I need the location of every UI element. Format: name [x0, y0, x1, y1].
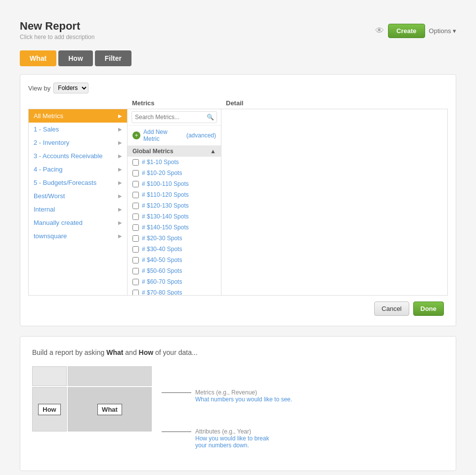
metric-label-10-20-spots[interactable]: # $10-20 Spots — [142, 170, 182, 176]
tab-how[interactable]: How — [58, 50, 93, 66]
attributes-annotation: Attributes (e.g., Year) How you would li… — [162, 428, 292, 459]
metric-label-100-110-spots[interactable]: # $100-110 Spots — [142, 180, 189, 187]
metric-label-140-150-spots[interactable]: # $140-150 Spots — [142, 224, 189, 231]
folder-label: 5 - Budgets/Forecasts — [34, 179, 96, 186]
metric-checkbox-1-10-spots[interactable] — [132, 159, 139, 166]
folder-label: 3 - Accounts Receivable — [34, 152, 102, 160]
metric-item-20-30-spots: # $20-30 Spots — [128, 233, 221, 244]
metric-checkbox-140-150-spots[interactable] — [132, 224, 139, 231]
main-panel: View by Folders Metrics Detail All Metri… — [20, 74, 456, 326]
how-bold: How — [139, 348, 154, 356]
folder-label: 1 - Sales — [34, 126, 59, 133]
metric-label-110-120-spots[interactable]: # $110-120 Spots — [142, 191, 189, 198]
metrics-list: # $1-10 Spots# $10-20 Spots# $100-110 Sp… — [128, 157, 221, 295]
metric-label-30-40-spots[interactable]: # $30-40 Spots — [142, 246, 182, 253]
metrics-column: 🔍 + Add New Metric (advanced) Global Met… — [128, 109, 221, 295]
options-button[interactable]: Options ▾ — [429, 27, 456, 35]
metric-checkbox-40-50-spots[interactable] — [132, 257, 139, 263]
metric-label-50-60-spots[interactable]: # $50-60 Spots — [142, 267, 182, 274]
chevron-right-icon: ▶ — [118, 233, 122, 239]
chevron-right-icon: ▶ — [118, 180, 122, 185]
metric-label-20-30-spots[interactable]: # $20-30 Spots — [142, 235, 182, 242]
panel-footer: Cancel Done — [28, 296, 448, 318]
metric-label-130-140-spots[interactable]: # $130-140 Spots — [142, 213, 189, 220]
metric-checkbox-50-60-spots[interactable] — [132, 268, 139, 274]
metric-item-110-120-spots: # $110-120 Spots — [128, 189, 221, 200]
chevron-right-icon: ▶ — [118, 207, 122, 212]
chevron-right-icon: ▶ — [118, 153, 122, 159]
folder-item-2-inventory[interactable]: 2 - Inventory▶ — [29, 136, 127, 149]
columns-container: All Metrics▶1 - Sales▶2 - Inventory▶3 - … — [28, 109, 448, 296]
view-by-label: View by — [28, 85, 50, 92]
metric-item-130-140-spots: # $130-140 Spots — [128, 211, 221, 222]
metric-item-100-110-spots: # $100-110 Spots — [128, 178, 221, 189]
add-new-label[interactable]: Add New Metric — [143, 129, 183, 142]
folder-item-4-pacing[interactable]: 4 - Pacing▶ — [29, 163, 127, 176]
folder-item-best-worst[interactable]: Best/Worst▶ — [29, 189, 127, 203]
metric-label-70-80-spots[interactable]: # $70-80 Spots — [142, 289, 182, 295]
metric-item-70-80-spots: # $70-80 Spots — [128, 287, 221, 295]
preview-icon[interactable]: 👁 — [375, 26, 384, 36]
grid-bottom-right: What — [68, 387, 152, 432]
metric-label-60-70-spots[interactable]: # $60-70 Spots — [142, 278, 182, 285]
folder-item-internal[interactable]: Internal▶ — [29, 203, 127, 216]
metric-label-1-10-spots[interactable]: # $1-10 Spots — [142, 159, 179, 166]
metric-checkbox-60-70-spots[interactable] — [132, 279, 139, 285]
grid-top-right — [68, 366, 152, 386]
page-description[interactable]: Click here to add description — [20, 34, 94, 41]
grid-bottom-left: How — [32, 387, 67, 432]
folder-item-all-metrics[interactable]: All Metrics▶ — [29, 109, 127, 123]
header-left: New Report Click here to add description — [20, 20, 94, 41]
folder-item-manually-created[interactable]: Manually created▶ — [29, 216, 127, 229]
metric-checkbox-20-30-spots[interactable] — [132, 235, 139, 242]
header: New Report Click here to add description… — [20, 20, 456, 41]
search-icon: 🔍 — [207, 114, 214, 121]
page: New Report Click here to add description… — [0, 0, 476, 475]
folder-label: Manually created — [34, 219, 83, 226]
view-by-select[interactable]: Folders — [53, 83, 88, 93]
add-metric-icon[interactable]: + — [132, 131, 140, 139]
attributes-annotation-desc: How you would like to break your numbers… — [195, 435, 269, 449]
tab-filter[interactable]: Filter — [95, 50, 131, 66]
metric-checkbox-100-110-spots[interactable] — [132, 181, 139, 187]
folder-item-townsquare[interactable]: townsquare▶ — [29, 229, 127, 243]
metrics-line — [162, 392, 191, 393]
tab-what[interactable]: What — [20, 50, 56, 66]
chevron-right-icon: ▶ — [118, 127, 122, 132]
metric-checkbox-110-120-spots[interactable] — [132, 192, 139, 198]
metric-checkbox-10-20-spots[interactable] — [132, 170, 139, 176]
metrics-annotation: Metrics (e.g., Revenue) What numbers you… — [162, 389, 292, 413]
metric-checkbox-120-130-spots[interactable] — [132, 203, 139, 209]
grid-top-left — [32, 366, 67, 386]
header-right: 👁 Create Options ▾ — [375, 24, 456, 38]
metric-label-40-50-spots[interactable]: # $40-50 Spots — [142, 257, 182, 263]
tabs-bar: What How Filter — [20, 50, 456, 66]
attributes-annotation-example: (e.g., Year) — [222, 428, 251, 435]
chevron-right-icon: ▶ — [118, 167, 122, 172]
search-input[interactable] — [131, 111, 217, 123]
metric-checkbox-30-40-spots[interactable] — [132, 246, 139, 253]
done-button[interactable]: Done — [413, 302, 444, 316]
attributes-annotation-title: Attributes (e.g., Year) — [195, 428, 269, 435]
folder-item-1-sales[interactable]: 1 - Sales▶ — [29, 123, 127, 136]
info-description: Build a report by asking What and How of… — [32, 348, 444, 356]
folder-item-3-accounts-receivable[interactable]: 3 - Accounts Receivable▶ — [29, 149, 127, 163]
cancel-button[interactable]: Cancel — [374, 302, 409, 316]
metric-label-120-130-spots[interactable]: # $120-130 Spots — [142, 202, 189, 209]
folder-item-5-budgets-forecasts[interactable]: 5 - Budgets/Forecasts▶ — [29, 176, 127, 189]
folder-label: townsquare — [34, 232, 67, 240]
view-by-row: View by Folders — [28, 83, 448, 93]
collapse-icon[interactable]: ▲ — [210, 148, 216, 155]
create-button[interactable]: Create — [388, 24, 425, 38]
metric-item-120-130-spots: # $120-130 Spots — [128, 200, 221, 211]
folder-label: 4 - Pacing — [34, 166, 63, 173]
metric-item-1-10-spots: # $1-10 Spots — [128, 157, 221, 168]
metric-item-10-20-spots: # $10-20 Spots — [128, 168, 221, 178]
metric-checkbox-130-140-spots[interactable] — [132, 214, 139, 220]
metric-item-40-50-spots: # $40-50 Spots — [128, 255, 221, 265]
add-new-metric-row: + Add New Metric (advanced) — [128, 126, 221, 146]
metric-item-60-70-spots: # $60-70 Spots — [128, 276, 221, 287]
advanced-label[interactable]: (advanced) — [186, 132, 216, 139]
metrics-col-header: Metrics — [127, 99, 221, 109]
metric-checkbox-70-80-spots[interactable] — [132, 290, 139, 296]
